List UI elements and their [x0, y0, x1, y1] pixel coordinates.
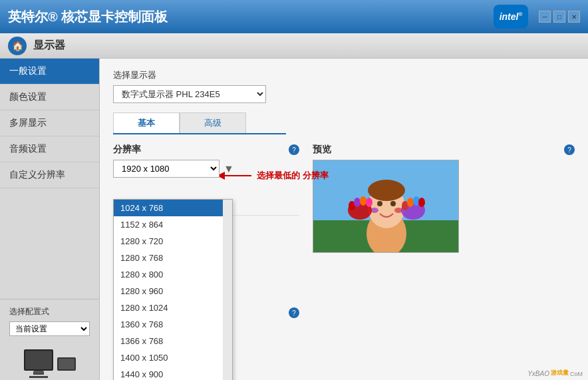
dropdown-item-7[interactable]: 1360 x 768: [114, 316, 232, 333]
two-col: 分辨率 ? 1920 x 1080 ▼ 1024 x 768 1152 x 86: [113, 144, 575, 330]
svg-point-14: [360, 196, 367, 206]
monitor-select-label: 选择显示器: [113, 69, 575, 81]
sidebar-item-custom-res[interactable]: 自定义分辨率: [0, 162, 99, 188]
monitor-dropdown: 数字式显示器 PHL 234E5: [113, 85, 575, 103]
left-col: 分辨率 ? 1920 x 1080 ▼ 1024 x 768 1152 x 86: [113, 144, 299, 330]
preview-label-row: 预览 ?: [313, 144, 575, 156]
monitor-select-section: 选择显示器 数字式显示器 PHL 234E5: [113, 69, 575, 103]
svg-point-7: [377, 201, 382, 206]
watermark: YxBAO 游戏量 CoM: [527, 369, 583, 377]
dropdown-scrollbar[interactable]: [223, 200, 232, 380]
dropdown-item-1[interactable]: 1152 x 864: [114, 216, 232, 233]
dropdown-item-2[interactable]: 1280 x 720: [114, 233, 232, 250]
preview-help-icon[interactable]: ?: [564, 144, 575, 155]
resolution-help-icon[interactable]: ?: [289, 144, 299, 155]
dropdown-item-10[interactable]: 1440 x 900: [114, 366, 232, 380]
sidebar-item-audio[interactable]: 音频设置: [0, 136, 99, 162]
monitor-small-icon: [57, 357, 76, 371]
resolution-select[interactable]: 1920 x 1080: [113, 160, 220, 178]
monitor-big-icon: [24, 349, 53, 371]
sub-header-title: 显示器: [33, 39, 65, 53]
home-icon[interactable]: 🏠: [8, 37, 27, 55]
dropdown-item-8[interactable]: 1366 x 768: [114, 333, 232, 349]
config-select[interactable]: 当前设置: [9, 321, 90, 336]
sidebar-bottom: 选择配置式 当前设置: [0, 299, 99, 343]
sidebar: 一般设置 颜色设置 多屏显示 音频设置 自定义分辨率 选择配置式 当前设置: [0, 59, 100, 380]
window-controls: ─ □ ✕: [539, 11, 580, 23]
resolution-label: 分辨率: [113, 144, 141, 156]
watermark-com: CoM: [570, 371, 583, 377]
dropdown-item-6[interactable]: 1280 x 1024: [114, 299, 232, 316]
annotation: 选择最低的 分辨率: [220, 169, 329, 182]
preview-image: [313, 160, 459, 253]
svg-point-13: [354, 198, 361, 207]
svg-point-8: [390, 201, 396, 206]
app-title: 英特尔® 核芯显卡控制面板: [8, 8, 168, 26]
close-button[interactable]: ✕: [568, 11, 580, 23]
main-layout: 一般设置 颜色设置 多屏显示 音频设置 自定义分辨率 选择配置式 当前设置: [0, 59, 588, 380]
dropdown-item-3[interactable]: 1280 x 768: [114, 250, 232, 266]
svg-point-6: [368, 180, 405, 201]
tab-basic[interactable]: 基本: [113, 112, 180, 133]
resolution-dropdown: 1024 x 768 1152 x 864 1280 x 720 1280 x …: [113, 199, 233, 380]
intel-logo: intel ®: [491, 3, 531, 30]
sub-header: 🏠 显示器: [0, 33, 588, 59]
res-label-row: 分辨率 ?: [113, 144, 299, 156]
sidebar-item-multiscreen[interactable]: 多屏显示: [0, 110, 99, 136]
watermark-subtext: 游戏量: [551, 369, 569, 377]
dropdown-item-5[interactable]: 1280 x 960: [114, 283, 232, 299]
rotation-help-icon[interactable]: ?: [289, 307, 299, 318]
right-col: 预览 ?: [313, 144, 575, 253]
svg-point-20: [418, 198, 425, 207]
content-area: 选择显示器 数字式显示器 PHL 234E5 基本 高级: [100, 59, 588, 380]
dropdown-item-4[interactable]: 1280 x 800: [114, 266, 232, 283]
annotation-text: 选择最低的 分辨率: [257, 170, 329, 182]
svg-point-18: [407, 198, 414, 207]
watermark-yxbao: YxBAO: [527, 370, 549, 377]
tabs-container: 基本 高级: [113, 112, 575, 134]
sidebar-item-general[interactable]: 一般设置: [0, 59, 99, 85]
sidebar-nav: 一般设置 颜色设置 多屏显示 音频设置 自定义分辨率: [0, 59, 99, 299]
monitor-icons: [0, 343, 99, 380]
child-svg: [313, 160, 459, 253]
sidebar-item-color[interactable]: 颜色设置: [0, 85, 99, 110]
tab-advanced[interactable]: 高级: [180, 112, 246, 133]
title-bar: 英特尔® 核芯显卡控制面板 intel ® ─ □ ✕: [0, 0, 588, 33]
dropdown-item-0[interactable]: 1024 x 768: [114, 200, 232, 216]
preview-label: 预览: [313, 144, 331, 156]
minimize-button[interactable]: ─: [539, 11, 551, 23]
config-label: 选择配置式: [9, 306, 90, 317]
dropdown-item-9[interactable]: 1400 x 1050: [114, 349, 232, 366]
svg-point-15: [366, 198, 372, 207]
monitor-select[interactable]: 数字式显示器 PHL 234E5: [113, 85, 266, 103]
maximize-button[interactable]: □: [553, 11, 565, 23]
annotation-arrow: [220, 169, 253, 182]
